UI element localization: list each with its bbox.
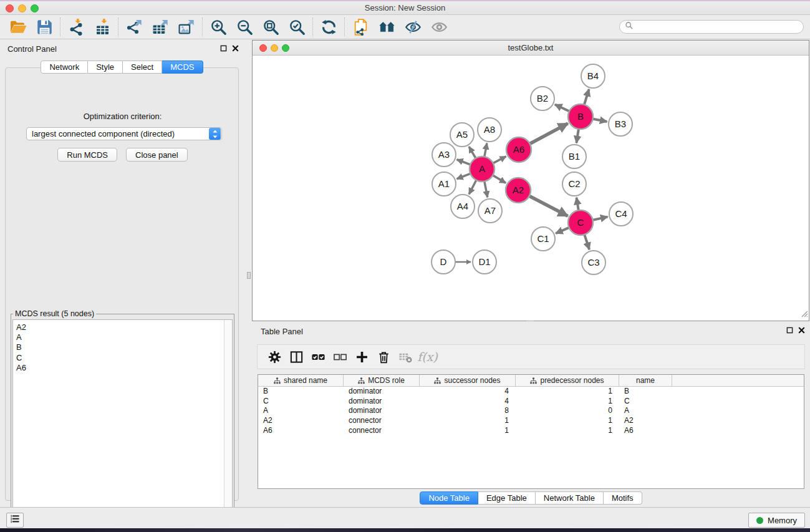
deselect-all-icon[interactable] bbox=[329, 346, 351, 367]
zoom-fit-icon[interactable] bbox=[258, 17, 284, 37]
table-row[interactable]: Cdominator41C bbox=[258, 397, 804, 407]
tab-style[interactable]: Style bbox=[88, 60, 123, 74]
graph-edge-A2-C[interactable] bbox=[528, 195, 568, 216]
open-session-icon[interactable] bbox=[5, 17, 31, 37]
run-mcds-button[interactable]: Run MCDS bbox=[57, 148, 117, 162]
tab-network-table[interactable]: Network Table bbox=[536, 491, 604, 505]
tab-mcds[interactable]: MCDS bbox=[162, 60, 203, 74]
column-header-predecessor-nodes[interactable]: predecessor nodes bbox=[516, 375, 619, 386]
mcds-result-item[interactable]: A2 bbox=[13, 320, 232, 332]
home-icon[interactable] bbox=[374, 17, 400, 37]
delete-column-icon[interactable] bbox=[373, 346, 395, 367]
export-image-icon[interactable] bbox=[173, 17, 200, 37]
graph-edge-C-C2[interactable] bbox=[577, 198, 579, 212]
graph-edge-A-A1[interactable] bbox=[456, 173, 471, 179]
graph-edge-C-C4[interactable] bbox=[592, 217, 608, 221]
graph-edge-B-B2[interactable] bbox=[555, 104, 571, 112]
mcds-buttons-row: Run MCDS Close panel bbox=[6, 148, 239, 162]
tab-edge-table[interactable]: Edge Table bbox=[478, 491, 536, 505]
mcds-result-item[interactable]: B bbox=[13, 342, 232, 352]
zoom-selected-icon[interactable] bbox=[284, 17, 310, 37]
add-column-icon[interactable] bbox=[351, 346, 373, 367]
vertical-splitter-grip[interactable] bbox=[247, 272, 251, 279]
graph-edge-A-A3[interactable] bbox=[457, 160, 472, 165]
graph-node-label: A2 bbox=[513, 185, 524, 195]
refresh-icon[interactable] bbox=[316, 17, 342, 37]
graph-edge-B-B3[interactable] bbox=[592, 118, 607, 122]
toolbar-separator bbox=[312, 17, 313, 36]
close-panel-icon[interactable] bbox=[798, 327, 805, 334]
toggle-visibility-icon[interactable] bbox=[400, 17, 426, 37]
graph-edge-A-A2[interactable] bbox=[492, 175, 506, 183]
minimize-window-button[interactable] bbox=[18, 4, 26, 12]
float-panel-icon[interactable] bbox=[220, 45, 227, 52]
table-row[interactable]: A6connector11A6 bbox=[258, 426, 804, 436]
fx-icon[interactable]: f(x) bbox=[417, 346, 438, 367]
column-header-successor-nodes[interactable]: successor nodes bbox=[420, 375, 516, 386]
graph-edge-A-A5[interactable] bbox=[469, 147, 476, 159]
minimize-network-button[interactable] bbox=[271, 44, 278, 52]
table-row[interactable]: A2connector11A2 bbox=[258, 416, 804, 426]
columns-icon[interactable] bbox=[286, 346, 307, 367]
float-panel-icon[interactable] bbox=[786, 327, 793, 334]
select-all-icon[interactable] bbox=[307, 346, 329, 367]
eye-icon[interactable] bbox=[426, 17, 452, 37]
close-panel-icon[interactable] bbox=[232, 45, 239, 52]
save-session-icon[interactable] bbox=[31, 17, 57, 37]
graph-edge-A-A8[interactable] bbox=[484, 143, 487, 158]
gear-icon[interactable] bbox=[264, 346, 286, 367]
delete-table-icon[interactable] bbox=[395, 346, 417, 367]
graph-edge-C-C1[interactable] bbox=[556, 227, 570, 233]
tab-network[interactable]: Network bbox=[41, 60, 88, 74]
titlebar: Session: New Session bbox=[0, 0, 810, 15]
resize-grip-icon[interactable] bbox=[800, 309, 808, 320]
column-sort-icon bbox=[434, 377, 441, 384]
graph-edge-A-A6[interactable] bbox=[492, 157, 506, 164]
optimization-criterion-dropdown[interactable]: largest connected component (directed) bbox=[26, 127, 222, 140]
table-cell: C bbox=[258, 397, 344, 407]
clone-network-icon[interactable] bbox=[347, 17, 374, 37]
mcds-result-item[interactable]: A6 bbox=[13, 363, 232, 373]
zoom-in-icon[interactable] bbox=[205, 17, 231, 37]
toolbar-separator bbox=[202, 17, 203, 36]
search-input[interactable] bbox=[634, 22, 803, 31]
column-header-label: MCDS role bbox=[368, 376, 405, 385]
graph-node-label: C bbox=[577, 217, 584, 228]
search-box[interactable] bbox=[619, 20, 804, 34]
mcds-result-item[interactable]: A bbox=[13, 332, 232, 342]
import-table-icon[interactable] bbox=[89, 17, 115, 37]
graph-edge-B-B1[interactable] bbox=[576, 128, 579, 143]
table-body: Bdominator41BCdominator41CAdominator80AA… bbox=[258, 387, 804, 435]
mcds-result-item[interactable]: C bbox=[13, 353, 232, 363]
result-scrollbar[interactable] bbox=[224, 320, 232, 523]
tab-motifs[interactable]: Motifs bbox=[604, 491, 642, 505]
graph-edge-A-A4[interactable] bbox=[469, 179, 477, 194]
column-sort-icon bbox=[530, 377, 537, 384]
maximize-network-button[interactable] bbox=[282, 44, 289, 52]
network-canvas[interactable]: AA1A2A3A4A5A6A7A8BB1B2B3B4CC1C2C3C4DD1 bbox=[253, 56, 809, 321]
graph-edge-C-C3[interactable] bbox=[584, 233, 590, 249]
export-table-icon[interactable] bbox=[147, 17, 173, 37]
task-history-button[interactable] bbox=[6, 513, 24, 528]
column-sort-icon bbox=[274, 377, 281, 384]
graph-edge-A6-B[interactable] bbox=[529, 123, 568, 145]
export-network-icon[interactable] bbox=[121, 17, 147, 37]
table-cell: C bbox=[619, 397, 672, 407]
column-header-MCDS-role[interactable]: MCDS role bbox=[344, 375, 420, 386]
memory-button[interactable]: Memory bbox=[748, 513, 805, 528]
maximize-window-button[interactable] bbox=[31, 4, 39, 12]
graph-edge-B-B4[interactable] bbox=[584, 89, 589, 106]
close-window-button[interactable] bbox=[6, 4, 14, 12]
import-network-icon[interactable] bbox=[63, 17, 89, 37]
table-row[interactable]: Bdominator41B bbox=[258, 387, 804, 397]
graph-edge-A-A7[interactable] bbox=[484, 180, 487, 198]
close-panel-button[interactable]: Close panel bbox=[126, 148, 188, 162]
column-header-name[interactable]: name bbox=[619, 375, 672, 386]
zoom-out-icon[interactable] bbox=[231, 17, 258, 37]
tab-select[interactable]: Select bbox=[123, 60, 162, 74]
table-row[interactable]: Adominator80A bbox=[258, 406, 804, 416]
tab-node-table[interactable]: Node Table bbox=[420, 491, 478, 505]
column-header-shared-name[interactable]: shared name bbox=[258, 375, 344, 386]
close-network-button[interactable] bbox=[259, 44, 267, 52]
table-toolbar: f(x) bbox=[257, 344, 805, 369]
